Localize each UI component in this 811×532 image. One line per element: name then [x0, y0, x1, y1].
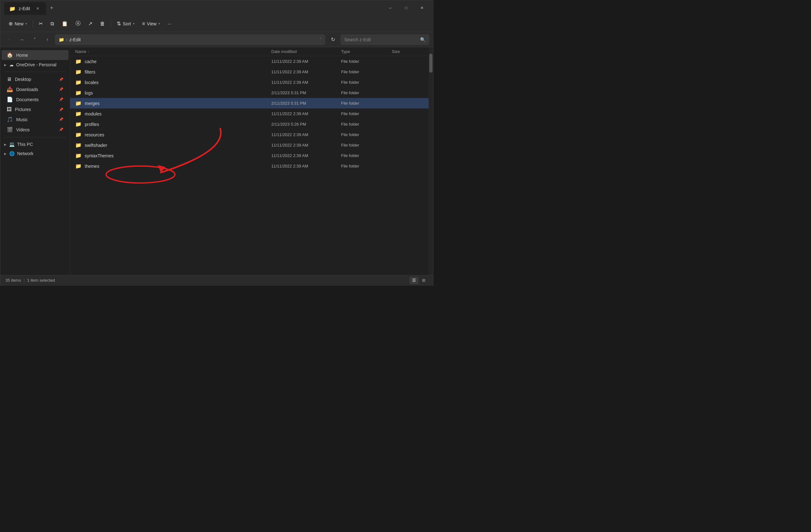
more-button[interactable]: ···	[164, 19, 174, 28]
path-separator: ›	[66, 37, 67, 42]
music-label: Music	[16, 117, 56, 122]
sidebar-item-music[interactable]: 🎵 Music 📌	[2, 114, 68, 124]
refresh-button[interactable]: ↻	[328, 35, 338, 45]
table-row[interactable]: 📁 locales 11/11/2022 2:39 AM File folder	[70, 77, 429, 88]
sidebar-item-home[interactable]: 🏠 Home	[2, 50, 68, 60]
downloads-icon: 📥	[7, 86, 13, 92]
file-type-cell: File folder	[341, 69, 392, 74]
close-button[interactable]: ✕	[415, 3, 429, 13]
file-name-cell: 📁 merges	[75, 100, 271, 106]
col-header-size[interactable]: Size	[392, 49, 424, 54]
sidebar-item-pictures[interactable]: 🖼 Pictures 📌	[2, 105, 68, 114]
copy-button[interactable]: ⧉	[47, 19, 57, 29]
forward-button[interactable]: →	[17, 35, 27, 45]
videos-label: Videos	[16, 127, 56, 132]
scrollbar-thumb[interactable]	[429, 53, 432, 73]
file-type-cell: File folder	[341, 122, 392, 127]
rename-button[interactable]: Ⓐ	[72, 18, 84, 29]
table-row[interactable]: 📁 logs 2/11/2023 5:31 PM File folder	[70, 88, 429, 98]
sidebar-item-network[interactable]: ▶ 🌐 Network	[2, 149, 68, 158]
pin-icon-downloads: 📌	[59, 87, 63, 91]
thispc-label: This PC	[17, 142, 33, 147]
file-name-cell: 📁 syntaxThemes	[75, 153, 271, 159]
file-type-cell: File folder	[341, 59, 392, 64]
view-button[interactable]: ≡ View ▾	[139, 19, 163, 29]
table-row[interactable]: 📁 syntaxThemes 11/11/2022 2:39 AM File f…	[70, 150, 429, 161]
network-icon: 🌐	[9, 151, 15, 156]
col-header-date[interactable]: Date modified	[271, 49, 341, 54]
table-row[interactable]: 📁 modules 11/11/2022 2:39 AM File folder	[70, 109, 429, 119]
pin-icon-videos: 📌	[59, 127, 63, 132]
table-row[interactable]: 📁 merges 2/11/2023 5:31 PM File folder	[70, 98, 429, 109]
cut-button[interactable]: ✂	[35, 19, 46, 29]
file-name-text: profiles	[85, 122, 99, 127]
sidebar-item-onedrive[interactable]: ▶ ☁ OneDrive - Personal	[2, 60, 68, 69]
sidebar-item-downloads[interactable]: 📥 Downloads 📌	[2, 84, 68, 94]
sort-label: Sort	[123, 21, 131, 26]
documents-icon: 📄	[7, 96, 13, 103]
sidebar-item-desktop[interactable]: 🖥 Desktop 📌	[2, 75, 68, 84]
status-bar: 35 items | 1 item selected ☰ ⊞	[0, 275, 433, 285]
desktop-icon: 🖥	[7, 76, 12, 82]
file-name-text: resources	[85, 132, 104, 137]
share-button[interactable]: ↗	[85, 19, 95, 29]
pictures-icon: 🖼	[7, 107, 12, 112]
file-name-text: merges	[85, 101, 100, 106]
desktop-label: Desktop	[15, 77, 56, 82]
new-tab-button[interactable]: +	[46, 2, 58, 14]
table-row[interactable]: 📁 profiles 2/11/2023 5:26 PM File folder	[70, 119, 429, 129]
file-name-text: themes	[85, 164, 99, 169]
sort-button[interactable]: ⇅ Sort ▾	[113, 19, 138, 29]
address-path[interactable]: 📁 › z-Edit ˅	[55, 34, 325, 45]
list-view-button[interactable]: ☰	[410, 277, 418, 284]
up-button[interactable]: ↑	[42, 35, 52, 45]
grid-view-button[interactable]: ⊞	[419, 277, 428, 284]
main-area: 🏠 Home ▶ ☁ OneDrive - Personal 🖥 Desktop…	[0, 47, 433, 275]
table-row[interactable]: 📁 filters 11/11/2022 2:39 AM File folder	[70, 67, 429, 77]
folder-icon: 📁	[75, 142, 81, 148]
delete-button[interactable]: 🗑	[97, 19, 108, 29]
recent-locations-button[interactable]: ˅	[30, 35, 40, 45]
pin-icon-pictures: 📌	[59, 108, 63, 112]
scrollbar-track[interactable]	[429, 47, 433, 275]
path-folder-icon: 📁	[59, 37, 64, 42]
table-row[interactable]: 📁 resources 11/11/2022 2:39 AM File fold…	[70, 129, 429, 140]
toolbar-separator-1	[33, 20, 33, 28]
file-name-cell: 📁 swiftshader	[75, 142, 271, 148]
new-button[interactable]: ⊕ New ▾	[5, 19, 30, 29]
paste-button[interactable]: 📋	[58, 19, 71, 29]
table-row[interactable]: 📁 themes 11/11/2022 2:39 AM File folder	[70, 161, 429, 171]
pin-icon-music: 📌	[59, 118, 63, 122]
file-name-cell: 📁 themes	[75, 163, 271, 169]
table-row[interactable]: 📁 swiftshader 11/11/2022 2:39 AM File fo…	[70, 140, 429, 150]
active-tab[interactable]: 📁 z-Edit ✕	[4, 2, 46, 15]
network-expand-icon: ▶	[4, 152, 7, 155]
folder-icon: 📁	[75, 79, 81, 85]
back-button[interactable]: ←	[4, 35, 14, 45]
sidebar-item-documents[interactable]: 📄 Documents 📌	[2, 95, 68, 104]
window-controls: ─ □ ✕	[383, 3, 429, 13]
sidebar-divider-2	[4, 137, 66, 137]
col-header-name[interactable]: Name ↑	[75, 49, 271, 54]
maximize-button[interactable]: □	[399, 3, 413, 13]
view-icon: ≡	[142, 21, 145, 27]
view-label: View	[147, 21, 156, 26]
sort-dropdown-icon: ▾	[133, 22, 135, 26]
sidebar-item-videos[interactable]: 🎬 Videos 📌	[2, 125, 68, 135]
table-row[interactable]: 📁 cache 11/11/2022 2:39 AM File folder	[70, 56, 429, 67]
rename-icon: Ⓐ	[76, 20, 81, 27]
file-name-text: locales	[85, 80, 99, 85]
tab-folder-icon: 📁	[9, 6, 16, 12]
search-box[interactable]: Search z-Edit 🔍	[340, 34, 429, 45]
col-header-type[interactable]: Type	[341, 49, 392, 54]
minimize-button[interactable]: ─	[383, 3, 398, 13]
status-separator: |	[24, 278, 25, 283]
folder-icon: 📁	[75, 111, 81, 117]
toolbar: ⊕ New ▾ ✂ ⧉ 📋 Ⓐ ↗ 🗑 ⇅ Sort ▾ ≡	[0, 16, 433, 32]
toolbar-separator-2	[111, 20, 111, 28]
file-name-text: modules	[85, 111, 102, 116]
sidebar-item-thispc[interactable]: ▶ 💻 This PC	[2, 140, 68, 149]
tab-close-button[interactable]: ✕	[34, 5, 41, 12]
file-name-text: cache	[85, 59, 96, 64]
file-date-cell: 11/11/2022 2:39 AM	[271, 143, 341, 147]
